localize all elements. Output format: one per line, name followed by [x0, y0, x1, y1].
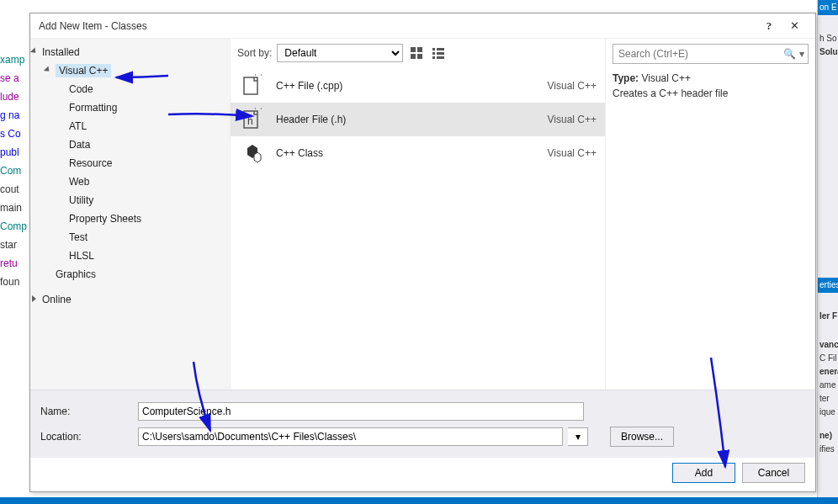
browse-button[interactable]: Browse... — [610, 427, 674, 447]
svg-rect-4 — [432, 48, 435, 50]
svg-text:++: ++ — [252, 74, 264, 79]
tree-item-test[interactable]: Test — [30, 228, 230, 247]
sort-toolbar: Sort by: Default — [231, 39, 605, 64]
location-input[interactable] — [138, 427, 563, 446]
template-cpp-class[interactable]: C++ Class Visual C++ — [231, 136, 605, 170]
sort-select[interactable]: Default — [277, 44, 403, 62]
svg-rect-7 — [437, 52, 444, 55]
editor-background: xamp se a lude g na s Co publ Com cout m… — [0, 0, 34, 504]
tree-item-hlsl[interactable]: HLSL — [30, 247, 230, 265]
cpp-class-icon — [239, 140, 266, 167]
tree-item-graphics[interactable]: Graphics — [30, 265, 230, 284]
search-icon: 🔍 — [783, 48, 796, 60]
tree-item-atl[interactable]: ATL — [30, 117, 230, 135]
tree-item-web[interactable]: Web — [30, 172, 230, 191]
dialog-titlebar: Add New Item - Classes ? ✕ — [30, 13, 815, 39]
add-button[interactable]: Add — [672, 463, 735, 483]
svg-text:h: h — [247, 115, 253, 127]
svg-rect-6 — [432, 52, 435, 55]
tree-online[interactable]: Online — [30, 290, 230, 309]
svg-rect-9 — [437, 56, 444, 59]
search-input[interactable] — [617, 47, 783, 61]
bottom-form: Name: Location: ▾ Browse... — [30, 390, 815, 458]
svg-rect-2 — [411, 54, 416, 59]
tree-installed[interactable]: Installed — [30, 43, 230, 61]
tree-item-utility[interactable]: Utility — [30, 191, 230, 210]
dialog-title: Add New Item - Classes — [39, 13, 756, 39]
tree-item-formatting[interactable]: Formatting — [30, 98, 230, 117]
tree-item-code[interactable]: Code — [30, 80, 230, 98]
help-button[interactable]: ? — [756, 13, 782, 39]
location-label: Location: — [40, 431, 133, 443]
svg-rect-5 — [437, 48, 444, 50]
tree-item-data[interactable]: Data — [30, 135, 230, 154]
svg-rect-1 — [417, 47, 422, 52]
template-tree: Installed Visual C++ Code Formatting ATL… — [30, 39, 231, 390]
template-header-file[interactable]: h++ Header File (.h) Visual C++ — [231, 103, 605, 136]
header-file-icon: h++ — [239, 106, 266, 133]
svg-marker-16 — [254, 152, 261, 162]
search-box[interactable]: 🔍 ▾ — [613, 44, 809, 64]
svg-rect-10 — [244, 77, 257, 94]
tree-visual-cpp[interactable]: Visual C++ — [30, 61, 230, 80]
template-cpp-file[interactable]: ++ C++ File (.cpp) Visual C++ — [231, 69, 605, 103]
dialog-footer: Add Cancel — [30, 458, 815, 491]
location-dropdown-icon[interactable]: ▾ — [568, 427, 588, 446]
svg-rect-0 — [411, 47, 416, 52]
sort-label: Sort by: — [237, 47, 272, 59]
close-button[interactable]: ✕ — [782, 13, 807, 39]
svg-rect-8 — [432, 56, 435, 59]
details-pane: 🔍 ▾ Type: Visual C++ Creates a C++ heade… — [605, 39, 815, 390]
tree-item-propsheets[interactable]: Property Sheets — [30, 210, 230, 228]
name-label: Name: — [40, 406, 133, 417]
view-small-icons[interactable] — [430, 45, 447, 61]
template-list: ++ C++ File (.cpp) Visual C++ h++ Header… — [231, 64, 605, 390]
cpp-file-icon: ++ — [239, 72, 266, 99]
tree-item-resource[interactable]: Resource — [30, 154, 230, 172]
svg-rect-3 — [417, 54, 422, 59]
name-input[interactable] — [138, 402, 584, 421]
solution-explorer-strip: on E h So Solu erties ler F vance C Fil … — [817, 0, 838, 504]
cancel-button[interactable]: Cancel — [742, 463, 805, 483]
svg-text:++: ++ — [252, 108, 264, 113]
search-dropdown-icon[interactable]: ▾ — [796, 48, 804, 60]
add-new-item-dialog: Add New Item - Classes ? ✕ Installed Vis… — [29, 13, 816, 492]
vs-status-bar — [0, 497, 838, 504]
view-medium-icons[interactable] — [408, 45, 425, 61]
